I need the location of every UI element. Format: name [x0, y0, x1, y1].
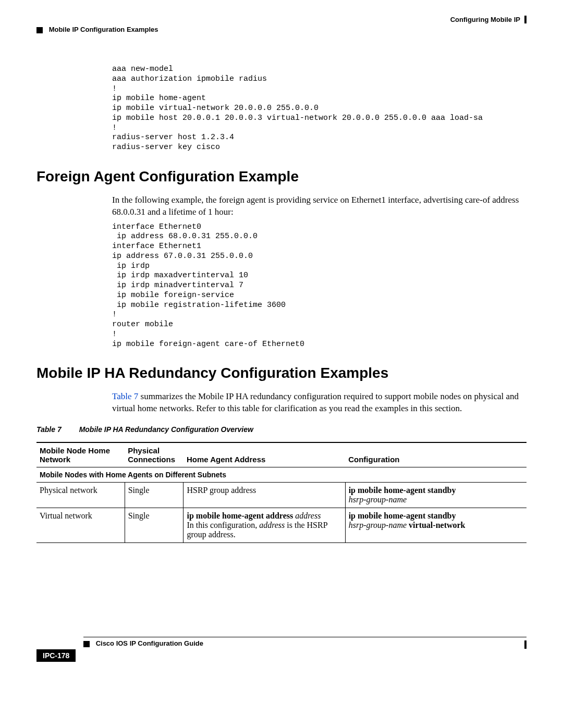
cfg1-bold2: virtual-network [407, 521, 465, 529]
th-configuration: Configuration [345, 442, 527, 467]
footer-title: Cisco IOS IP Configuration Guide [83, 637, 527, 647]
table-caption: Table 7 Mobile IP HA Redundancy Configur… [36, 425, 527, 434]
table-subhead-row: Mobile Nodes with Home Agents on Differe… [36, 467, 527, 483]
page: Configuring Mobile IP Mobile IP Configur… [0, 0, 563, 683]
haa1-bold: ip mobile home-agent address [187, 511, 293, 520]
footer-title-text: Cisco IOS IP Configuration Guide [96, 639, 203, 647]
cell-config-0: ip mobile home-agent standby hsrp-group-… [345, 483, 527, 508]
table-row: Physical network Single HSRP group addre… [36, 483, 527, 508]
th-home-agent-address: Home Agent Address [183, 442, 345, 467]
footer-line: Cisco IOS IP Configuration Guide [83, 637, 527, 647]
header-left-text: Mobile IP Configuration Examples [49, 26, 158, 33]
table-caption-title: Mobile IP HA Redundancy Configuration Ov… [79, 425, 253, 434]
code-block-1: aaa new-model aaa authorization ipmobile… [112, 65, 527, 153]
th-network: Mobile Node Home Network [36, 442, 125, 467]
header-square-icon [36, 27, 43, 33]
cfg0-ital: hsrp-group-name [349, 495, 407, 504]
cell-conn-0: Single [125, 483, 183, 508]
footer-square-icon [83, 641, 90, 647]
footer: Cisco IOS IP Configuration Guide IPC-178 [36, 637, 527, 662]
haa1-ital: address [295, 511, 321, 520]
haa1-note-ital: address [259, 521, 285, 529]
redundancy-table: Mobile Node Home Network Physical Connec… [36, 442, 527, 543]
table-row: Virtual network Single ip mobile home-ag… [36, 508, 527, 543]
section2-body-post: summarizes the Mobile IP HA redundancy c… [112, 391, 519, 413]
cell-haa-1: ip mobile home-agent address address In … [183, 508, 345, 543]
cfg1-bold: ip mobile home-agent standby [349, 511, 456, 520]
haa1-note-pre: In this configuration, [187, 521, 259, 529]
header-left: Mobile IP Configuration Examples [36, 26, 527, 33]
cell-network-0: Physical network [36, 483, 125, 508]
cell-config-1: ip mobile home-agent standby hsrp-group-… [345, 508, 527, 543]
header-right: Configuring Mobile IP [36, 16, 527, 23]
cfg1-ital: hsrp-group-name [349, 521, 407, 529]
page-number-badge: IPC-178 [36, 649, 76, 662]
section-heading-ha-redundancy: Mobile IP HA Redundancy Configuration Ex… [36, 365, 527, 381]
code-block-2: interface Ethernet0 ip address 68.0.0.31… [112, 223, 527, 350]
cell-conn-1: Single [125, 508, 183, 543]
cfg0-bold: ip mobile home-agent standby [349, 486, 456, 495]
table-subhead: Mobile Nodes with Home Agents on Differe… [36, 467, 527, 483]
table-caption-label: Table 7 [36, 425, 62, 434]
section-heading-foreign-agent: Foreign Agent Configuration Example [36, 168, 527, 185]
cell-network-1: Virtual network [36, 508, 125, 543]
table7-link[interactable]: Table 7 [112, 391, 138, 401]
cell-haa-0: HSRP group address [183, 483, 345, 508]
table-header-row: Mobile Node Home Network Physical Connec… [36, 442, 527, 467]
section2-body: Table 7 summarizes the Mobile IP HA redu… [112, 391, 527, 415]
th-connections: Physical Connections [125, 442, 183, 467]
footer-right-mark-icon [524, 640, 527, 649]
section1-body: In the following example, the foreign ag… [112, 194, 527, 218]
